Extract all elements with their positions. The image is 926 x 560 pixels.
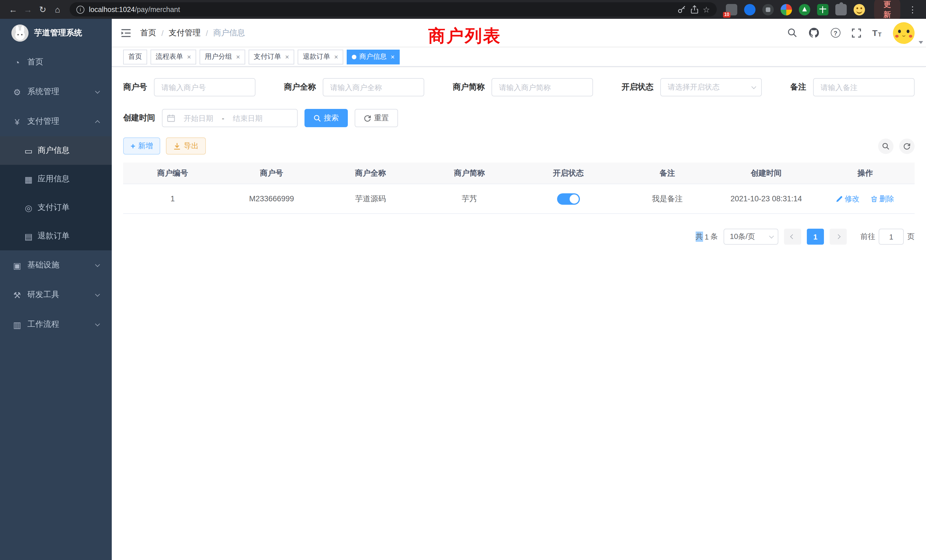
extension-icon-badged[interactable]: 10: [726, 4, 737, 15]
button-label: 新增: [138, 141, 153, 151]
sidebar-fold-icon[interactable]: [121, 28, 131, 37]
avatar[interactable]: [893, 22, 915, 44]
total-prefix: 共: [696, 232, 703, 242]
card-icon: ▭: [24, 146, 33, 155]
cell-merchant-id: 1: [123, 194, 222, 203]
filter-create-time: 创建时间 -: [123, 109, 298, 127]
table-toolbar: + 新增 导出: [123, 138, 915, 154]
sidebar-item-refund-order[interactable]: ▤ 退款订单: [0, 222, 112, 250]
site-info-icon[interactable]: i: [76, 5, 85, 14]
column-header: 备注: [618, 168, 717, 178]
export-button[interactable]: 导出: [166, 138, 206, 154]
user-menu-caret-icon[interactable]: [918, 41, 923, 44]
table-header-row: 商户编号 商户号 商户全称 商户简称 开启状态 备注 创建时间 操作: [123, 162, 915, 184]
filter-remark: 备注: [790, 78, 915, 96]
status-select[interactable]: 请选择开启状态: [660, 78, 762, 96]
search-icon[interactable]: [787, 28, 797, 38]
github-icon[interactable]: [808, 27, 819, 38]
sidebar-item-merchant-info[interactable]: ▭ 商户信息: [0, 136, 112, 165]
tab-label: 首页: [128, 52, 142, 62]
close-icon[interactable]: ×: [390, 53, 395, 60]
search-button[interactable]: 搜索: [304, 109, 348, 127]
button-label: 重置: [374, 113, 389, 123]
goto-suffix: 页: [907, 232, 915, 242]
fullscreen-icon[interactable]: [852, 28, 861, 37]
yen-icon: ¥: [12, 117, 22, 126]
breadcrumb-home[interactable]: 首页: [140, 28, 156, 38]
extension-icon-green-circle[interactable]: [799, 4, 810, 15]
extension-icon-colorful[interactable]: [781, 4, 792, 15]
close-icon[interactable]: ×: [236, 53, 240, 60]
goto-page-input[interactable]: [879, 229, 904, 245]
prev-page-button[interactable]: [784, 229, 801, 245]
home-icon[interactable]: ⌂: [50, 2, 65, 17]
font-size-icon[interactable]: TT: [872, 28, 882, 38]
tab-home[interactable]: 首页: [123, 49, 147, 64]
sidebar-item-workflow[interactable]: ▥ 工作流程: [0, 310, 112, 339]
filter-status: 开启状态 请选择开启状态: [622, 78, 762, 96]
edit-button[interactable]: 修改: [836, 194, 859, 204]
extension-icon-green-square[interactable]: [817, 4, 829, 15]
start-date-input[interactable]: [177, 113, 219, 123]
reset-button[interactable]: 重置: [355, 109, 398, 127]
next-page-button[interactable]: [830, 229, 847, 245]
button-label: 导出: [184, 141, 198, 151]
gear-icon: ⚙: [12, 88, 22, 96]
payment-submenu: ▭ 商户信息 ▦ 应用信息 ◎ 支付订单 ▤ 退款订单: [0, 136, 112, 250]
extension-icon-smiley[interactable]: [853, 4, 865, 15]
browser-menu-icon[interactable]: ⋮: [905, 4, 920, 15]
sidebar-item-label: 应用信息: [38, 174, 70, 184]
dashboard-icon: ◔: [12, 58, 22, 67]
annotation-merchant-list: 商户列表: [428, 24, 501, 48]
date-range-picker[interactable]: -: [162, 109, 298, 127]
sidebar-item-dev-tools[interactable]: ⚒ 研发工具: [0, 280, 112, 310]
sidebar-item-home[interactable]: ◔ 首页: [0, 47, 112, 77]
remark-input[interactable]: [813, 78, 915, 96]
password-key-icon[interactable]: [677, 5, 685, 14]
forward-icon[interactable]: →: [21, 2, 35, 17]
tab-pay-order[interactable]: 支付订单 ×: [249, 49, 294, 64]
extension-icon-puzzle[interactable]: [835, 4, 847, 15]
close-icon[interactable]: ×: [187, 53, 191, 60]
chevron-down-icon: [95, 262, 100, 267]
help-icon[interactable]: ?: [831, 28, 840, 38]
end-date-input[interactable]: [227, 113, 269, 123]
add-button[interactable]: + 新增: [123, 138, 160, 154]
page-size-select[interactable]: 10条/页: [723, 229, 778, 245]
url-bar[interactable]: i localhost:1024/pay/merchant ☆: [70, 2, 717, 17]
page-1-button[interactable]: 1: [807, 229, 824, 245]
sidebar-item-pay-order[interactable]: ◎ 支付订单: [0, 193, 112, 222]
sidebar-item-app-info[interactable]: ▦ 应用信息: [0, 165, 112, 193]
tab-process-form[interactable]: 流程表单 ×: [151, 49, 196, 64]
breadcrumb-payment[interactable]: 支付管理: [169, 28, 201, 38]
delete-button[interactable]: 删除: [871, 194, 894, 204]
merchant-no-input[interactable]: [154, 78, 256, 96]
share-icon[interactable]: [690, 5, 698, 14]
app-logo[interactable]: 芋道管理系统: [0, 19, 112, 47]
reload-icon[interactable]: ↻: [35, 2, 50, 17]
sidebar-item-payment[interactable]: ¥ 支付管理: [0, 107, 112, 136]
button-label: 搜索: [324, 113, 339, 123]
refresh-table-icon[interactable]: [899, 138, 915, 154]
sidebar-item-infrastructure[interactable]: ▣ 基础设施: [0, 250, 112, 280]
chevron-down-icon: [752, 84, 757, 89]
sidebar-item-label: 退款订单: [38, 231, 70, 241]
bookmark-star-icon[interactable]: ☆: [703, 5, 710, 14]
column-header: 创建时间: [717, 168, 816, 178]
full-name-input[interactable]: [323, 78, 424, 96]
sidebar-item-system[interactable]: ⚙ 系统管理: [0, 77, 112, 107]
field-label: 备注: [790, 82, 806, 92]
close-icon[interactable]: ×: [285, 53, 289, 60]
extension-icon-blue[interactable]: [744, 4, 755, 15]
tab-refund-order[interactable]: 退款订单 ×: [298, 49, 343, 64]
active-dot-icon: [352, 54, 356, 59]
tab-user-group[interactable]: 用户分组 ×: [200, 49, 245, 64]
status-toggle[interactable]: [557, 193, 580, 204]
close-icon[interactable]: ×: [334, 53, 338, 60]
tab-merchant-info[interactable]: 商户信息 ×: [346, 49, 400, 64]
button-label: 修改: [845, 194, 859, 204]
toggle-search-icon[interactable]: [878, 138, 894, 154]
extension-icon-dark[interactable]: [763, 4, 774, 15]
short-name-input[interactable]: [492, 78, 593, 96]
back-icon[interactable]: ←: [6, 2, 21, 17]
